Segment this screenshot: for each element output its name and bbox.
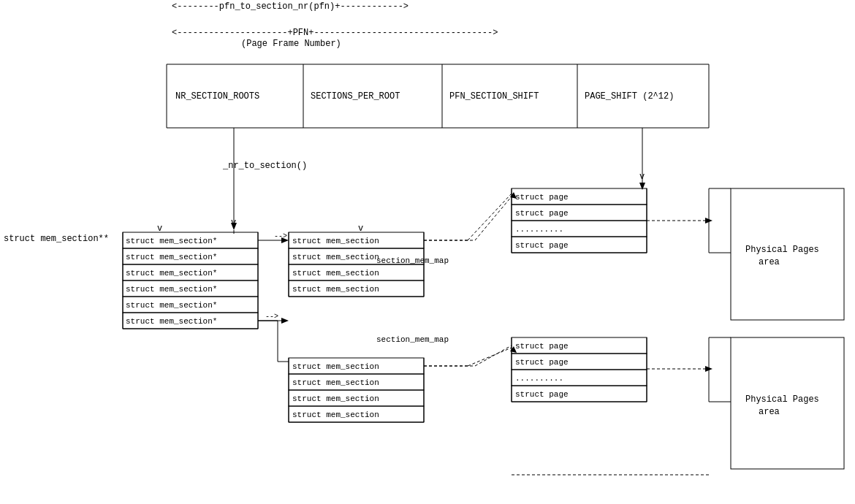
v-label-1: v xyxy=(231,218,236,228)
struct-page-dots-2: .......... xyxy=(515,374,563,383)
physical-area-1-label: Physical Pages xyxy=(745,245,819,255)
mem-section-ptr-6: struct mem_section* xyxy=(126,317,217,326)
struct-page-6: struct page xyxy=(515,390,569,399)
struct-page-4: struct page xyxy=(515,342,569,351)
mem-section-ptr-3: struct mem_section* xyxy=(126,269,217,278)
mem-section-8: struct mem_section xyxy=(292,411,379,419)
struct-page-dots-1: .......... xyxy=(515,225,563,234)
v-label-3: v xyxy=(157,224,162,234)
pfn-section-shift-label: PFN_SECTION_SHIFT xyxy=(449,91,539,102)
struct-page-5: struct page xyxy=(515,358,569,367)
diagram-svg: <--------pfn_to_section_nr(pfn)+--------… xyxy=(0,0,855,504)
mem-section-ptr-2: struct mem_section* xyxy=(126,253,217,261)
mem-section-ptr-5: struct mem_section* xyxy=(126,301,217,310)
pfn-to-section-label: <--------pfn_to_section_nr(pfn)+--------… xyxy=(172,1,408,12)
struct-mem-section-double-ptr-label: struct mem_section** xyxy=(4,234,109,244)
struct-page-1: struct page xyxy=(515,193,569,202)
arrow-right-2: --> xyxy=(265,313,278,321)
nr-section-roots-label: NR_SECTION_ROOTS xyxy=(175,91,259,102)
nr-to-section-label: _nr_to_section() xyxy=(222,161,307,171)
physical-area-1-label2: area xyxy=(759,257,780,267)
diagram-container: <--------pfn_to_section_nr(pfn)+--------… xyxy=(0,0,855,504)
mem-section-ptr-4: struct mem_section* xyxy=(126,285,217,294)
page-shift-label: PAGE_SHIFT (2^12) xyxy=(585,91,674,102)
struct-page-3: struct page xyxy=(515,241,569,250)
svg-line-76 xyxy=(475,196,512,240)
mem-section-4: struct mem_section xyxy=(292,285,379,294)
pfn-arrow-label: <---------------------+PFN+-------------… xyxy=(172,28,498,38)
mem-section-6: struct mem_section xyxy=(292,378,379,387)
mem-section-5: struct mem_section xyxy=(292,362,379,371)
struct-page-2: struct page xyxy=(515,209,569,218)
svg-marker-30 xyxy=(281,318,289,324)
svg-line-78 xyxy=(475,345,512,366)
mem-section-1: struct mem_section xyxy=(292,237,379,245)
page-frame-number-label: (Page Frame Number) xyxy=(241,39,341,49)
mem-section-2: struct mem_section xyxy=(292,253,379,261)
mem-section-7: struct mem_section xyxy=(292,394,379,403)
physical-area-2-label: Physical Pages xyxy=(745,394,819,405)
arrow-right-1: --> xyxy=(274,232,287,240)
svg-line-39 xyxy=(468,348,512,366)
mem-section-ptr-1: struct mem_section* xyxy=(126,237,217,245)
sections-per-root-label: SECTIONS_PER_ROOT xyxy=(311,91,400,102)
svg-line-27 xyxy=(468,194,512,240)
mem-section-3: struct mem_section xyxy=(292,269,379,278)
section-mem-map-2-label: section_mem_map xyxy=(376,335,449,344)
section-mem-map-1-label: section_mem_map xyxy=(376,256,449,265)
physical-area-2-label2: area xyxy=(759,407,780,417)
